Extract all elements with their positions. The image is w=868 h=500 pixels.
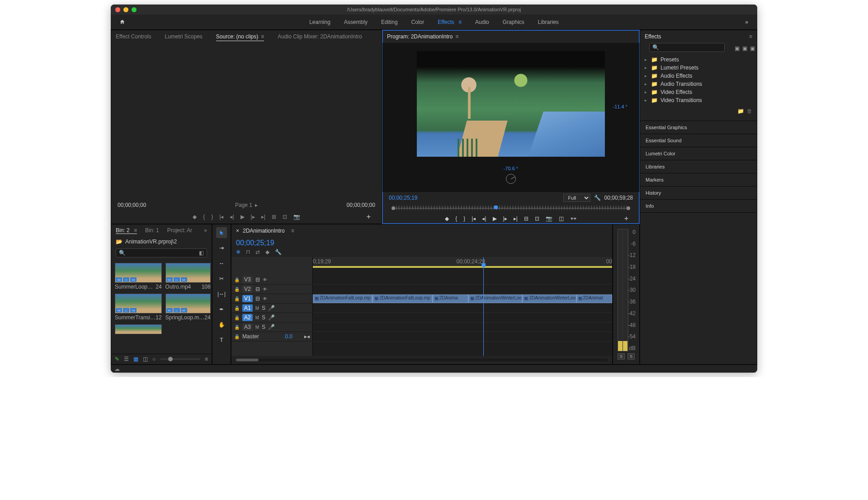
track-target[interactable]: A1 xyxy=(242,304,253,312)
track-target[interactable]: V2 xyxy=(242,285,253,293)
track-header-a1[interactable]: 🔒A1MS🎤 xyxy=(231,304,312,313)
effects-folder[interactable]: ▸📁Presets xyxy=(645,56,752,64)
timeline-menu-icon[interactable]: ≡ xyxy=(291,228,294,234)
fx-badge[interactable]: fx xyxy=(375,297,378,300)
vr-rotation-x[interactable]: -70.6 ° xyxy=(504,166,519,171)
add-button-icon[interactable]: + xyxy=(624,215,628,223)
collapsed-panel-lumetri-color[interactable]: Lumetri Color xyxy=(640,147,757,160)
export-frame-icon[interactable]: 📷 xyxy=(546,215,552,222)
eye-icon[interactable]: 👁 xyxy=(263,296,267,301)
mark-out-icon[interactable]: } xyxy=(463,215,465,222)
timeline-tc[interactable]: 00;00;25;19 xyxy=(236,239,274,247)
project-tab[interactable]: Project: Ar xyxy=(167,227,192,234)
resolution-select[interactable]: Full xyxy=(563,194,590,202)
sync-lock-icon[interactable]: ⊟ xyxy=(255,276,260,283)
project-path[interactable]: AnimationVR.prproj\2 xyxy=(125,238,177,245)
track-target[interactable]: A3 xyxy=(242,323,253,331)
fx-badge[interactable]: fx xyxy=(471,297,474,300)
timeline-clip[interactable]: fx2DAnimat xyxy=(576,294,612,303)
expand-icon[interactable]: ▸◂ xyxy=(304,333,310,340)
close-window[interactable] xyxy=(115,7,120,12)
step-back-icon[interactable]: ◂| xyxy=(482,215,486,222)
track-header-v3[interactable]: 🔒V3⊟👁 xyxy=(231,275,312,285)
comparison-view-icon[interactable]: ◫ xyxy=(559,215,564,222)
lift-icon[interactable]: ⊟ xyxy=(524,215,528,222)
project-grid[interactable]: ▭:::▭SummerLoop…24▭:::▭Outro.mp4108▭:::▭… xyxy=(111,259,212,354)
timeline-clip[interactable]: fx2DAnima xyxy=(433,294,468,303)
track-a2-row[interactable] xyxy=(313,313,612,322)
track-header-a2[interactable]: 🔒A2MS🎤 xyxy=(231,313,312,322)
voice-over-icon[interactable]: 🎤 xyxy=(268,324,275,330)
effects-folder[interactable]: ▸📁Video Effects xyxy=(645,88,752,96)
master-value[interactable]: 0.0 xyxy=(285,333,292,340)
marker-icon[interactable]: ◆ xyxy=(265,249,269,255)
track-header-master[interactable]: 🔒Master0.0▸◂ xyxy=(231,332,312,341)
go-to-out-icon[interactable]: ▸| xyxy=(261,214,265,220)
program-monitor[interactable]: -11.4 ° -70.6 ° xyxy=(382,43,639,192)
home-button[interactable] xyxy=(115,16,129,28)
mark-in-icon[interactable]: { xyxy=(455,215,457,222)
track-v3-row[interactable] xyxy=(313,275,612,285)
source-tc-out[interactable]: 00;00;00;00 xyxy=(347,202,375,208)
sync-lock-icon[interactable]: ⊟ xyxy=(255,286,260,292)
collapsed-panel-libraries[interactable]: Libraries xyxy=(640,160,757,173)
overwrite-icon[interactable]: ⊡ xyxy=(283,214,287,220)
time-ruler[interactable]: 0;19;2900;00;24;2900;00; xyxy=(313,257,612,267)
program-menu-icon[interactable]: ≡ xyxy=(455,33,458,40)
go-to-in-icon[interactable]: |◂ xyxy=(472,215,476,222)
collapsed-panel-essential-graphics[interactable]: Essential Graphics xyxy=(640,121,757,134)
solo-icon[interactable]: S xyxy=(262,324,265,330)
timeline-zoom-scroll[interactable] xyxy=(231,356,612,364)
source-tc-in[interactable]: 00;00;00;00 xyxy=(118,202,146,208)
workspace-tab-graphics[interactable]: Graphics xyxy=(503,19,524,25)
effects-folder[interactable]: ▸📁Audio Effects xyxy=(645,72,752,80)
extract-icon[interactable]: ⊡ xyxy=(535,215,539,222)
workspace-overflow[interactable]: » xyxy=(741,19,753,25)
workspace-tab-learning[interactable]: Learning xyxy=(309,19,330,25)
source-tab[interactable]: Lumetri Scopes xyxy=(165,33,202,41)
source-tab[interactable]: Source: (no clips)≡ xyxy=(216,33,264,41)
go-to-in-icon[interactable]: |◂ xyxy=(219,214,223,220)
sync-lock-icon[interactable]: ⊟ xyxy=(255,295,260,302)
close-sequence-icon[interactable]: × xyxy=(236,228,239,234)
fx-badge[interactable]: fx xyxy=(524,297,528,300)
hand-tool[interactable]: ✋ xyxy=(216,319,227,330)
project-clip[interactable]: ▭:::▭SpringLoop.m…24 xyxy=(165,294,211,321)
mark-in-icon[interactable]: { xyxy=(203,214,205,220)
sync-icon[interactable]: ☁ xyxy=(114,366,120,372)
track-v2-row[interactable] xyxy=(313,285,612,294)
fx-badge[interactable]: fx xyxy=(579,297,582,300)
lock-icon[interactable]: 🔒 xyxy=(234,315,240,320)
settings-icon[interactable]: 🔧 xyxy=(275,249,282,255)
effects-folder[interactable]: ▸📁Audio Transitions xyxy=(645,80,752,88)
track-a3-row[interactable] xyxy=(313,322,612,332)
project-clip[interactable]: ▭:::▭SummerLoop…24 xyxy=(115,263,162,290)
workspace-tab-assembly[interactable]: Assembly xyxy=(344,19,368,25)
voice-over-icon[interactable]: 🎤 xyxy=(268,305,275,311)
track-master-row[interactable] xyxy=(313,332,612,341)
vr-toggle-icon[interactable]: 👓 xyxy=(570,215,577,222)
snap-icon[interactable]: ⊓ xyxy=(246,249,250,255)
timeline-clip[interactable]: fx2DAnimationWinterLoop. xyxy=(522,294,576,303)
effects-search-input[interactable] xyxy=(659,45,722,50)
export-frame-icon[interactable]: 📷 xyxy=(293,214,300,220)
eye-icon[interactable]: 👁 xyxy=(263,277,267,282)
play-icon[interactable]: ▶ xyxy=(241,214,245,220)
program-current-tc[interactable]: 00;00;25;19 xyxy=(389,195,417,201)
minimize-window[interactable] xyxy=(123,7,128,12)
icon-view-icon[interactable]: ▦ xyxy=(133,356,138,362)
lock-icon[interactable]: 🔒 xyxy=(234,306,240,311)
collapsed-panel-markers[interactable]: Markers xyxy=(640,173,757,187)
add-button-icon[interactable]: + xyxy=(367,213,371,221)
step-fwd-icon[interactable]: |▸ xyxy=(251,214,255,220)
pen-tool[interactable]: ✒ xyxy=(216,304,227,315)
lock-icon[interactable]: 🔒 xyxy=(234,325,240,330)
solo-icon[interactable]: S xyxy=(262,305,265,311)
track-v1-row[interactable]: fx2DAnimationFallLoop.mpfx2DAnimationFal… xyxy=(313,294,612,304)
project-overflow[interactable]: » xyxy=(204,227,207,234)
project-clip[interactable]: ▭:::▭Outro.mp4108 xyxy=(165,263,211,290)
collapsed-panel-essential-sound[interactable]: Essential Sound xyxy=(640,134,757,147)
timeline-clip[interactable]: fx2DAnimationFallLoop.mp xyxy=(313,294,373,303)
program-playhead[interactable] xyxy=(494,206,498,209)
32bit-effects-icon[interactable]: ▣ xyxy=(742,45,747,51)
